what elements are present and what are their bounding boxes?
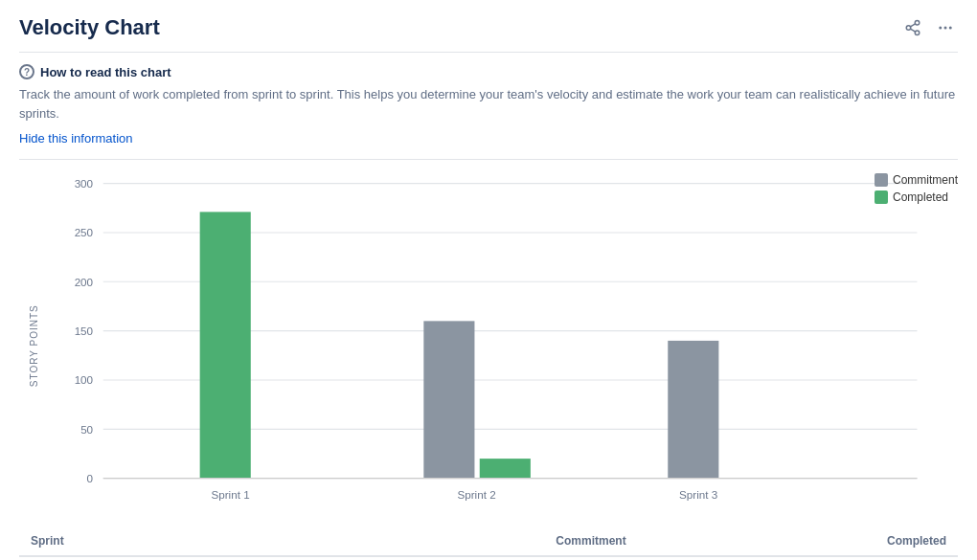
completed-value: 271 (638, 556, 958, 560)
svg-text:200: 200 (75, 276, 94, 288)
more-icon (937, 19, 954, 36)
sprint2-commitment-bar (423, 321, 474, 478)
commitment-color-box (875, 173, 888, 187)
svg-text:50: 50 (80, 423, 93, 436)
svg-text:300: 300 (75, 177, 94, 190)
info-heading: ? How to read this chart (19, 64, 958, 79)
page: Velocity Chart ? How to read this chart … (0, 0, 977, 560)
sprint3-commitment-bar (668, 341, 718, 479)
col-sprint: Sprint (19, 526, 275, 556)
svg-text:Sprint 3: Sprint 3 (679, 488, 717, 501)
svg-line-4 (910, 24, 915, 27)
sprint2-completed-bar (480, 459, 531, 479)
table-header-row: Sprint Commitment Completed (19, 526, 958, 556)
completed-label: Completed (893, 190, 948, 204)
col-commitment: Commitment (275, 526, 637, 556)
sprint1-completed-bar (200, 212, 251, 478)
svg-point-5 (939, 27, 942, 30)
page-title: Velocity Chart (19, 15, 160, 40)
svg-text:0: 0 (87, 472, 94, 484)
completed-color-box (875, 190, 888, 204)
svg-line-3 (910, 29, 915, 32)
header-actions (900, 15, 958, 40)
svg-text:250: 250 (75, 226, 94, 238)
chart-inner: Commitment Completed (42, 173, 958, 519)
chart-area: STORY POINTS Commitment Completed (19, 173, 958, 519)
data-table: Sprint Commitment Completed Sprint 10271… (19, 526, 958, 560)
svg-text:Sprint 2: Sprint 2 (457, 488, 495, 501)
info-description: Track the amount of work completed from … (19, 85, 958, 123)
hide-info-link[interactable]: Hide this information (19, 131, 133, 146)
info-section: ? How to read this chart Track the amoun… (19, 52, 958, 146)
section-divider (19, 159, 958, 160)
velocity-chart-svg: 300 250 200 150 100 50 0 (42, 173, 958, 519)
info-heading-text: How to read this chart (40, 65, 171, 79)
info-icon: ? (19, 64, 34, 79)
table-row: Sprint 10271 (19, 556, 958, 560)
svg-text:Sprint 1: Sprint 1 (211, 488, 249, 501)
y-axis-label: STORY POINTS (19, 173, 42, 519)
share-icon (904, 19, 921, 36)
svg-text:100: 100 (75, 373, 94, 386)
commitment-value: 0 (275, 556, 637, 560)
chart-legend: Commitment Completed (875, 173, 958, 204)
page-header: Velocity Chart (19, 15, 958, 40)
legend-completed: Completed (875, 190, 958, 204)
col-completed: Completed (638, 526, 958, 556)
svg-text:150: 150 (75, 325, 94, 337)
share-button[interactable] (900, 15, 925, 40)
svg-point-6 (944, 27, 947, 30)
svg-point-7 (949, 27, 952, 30)
more-button[interactable] (933, 15, 958, 40)
legend-commitment: Commitment (875, 173, 958, 187)
commitment-label: Commitment (893, 173, 958, 187)
sprint-link[interactable]: Sprint 1 (19, 556, 275, 560)
chart-container: STORY POINTS Commitment Completed (19, 173, 958, 519)
